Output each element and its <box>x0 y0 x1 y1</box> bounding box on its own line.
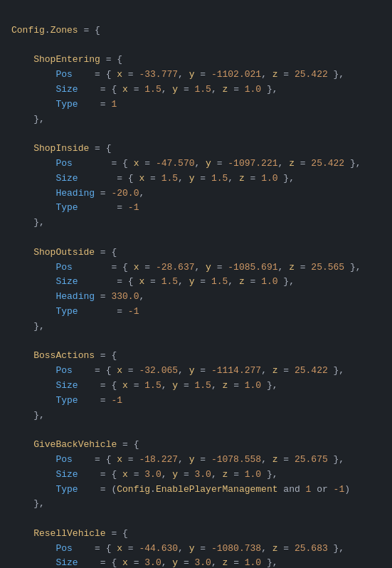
code-editor: Config.Zones = { ShopEntering = { Pos = … <box>11 9 381 568</box>
config-zones-var: Config <box>11 25 45 36</box>
pos-field-3: Pos <box>55 262 72 273</box>
type-field-3: Type <box>55 306 78 317</box>
boss-actions-key: BossActions <box>33 350 95 361</box>
giveback-vehicle-key: GiveBackVehicle <box>33 439 117 450</box>
size-field-1: Size <box>55 84 78 95</box>
shop-entering-key: ShopEntering <box>33 54 100 65</box>
type-field-5: Type <box>55 484 78 495</box>
pos-field-4: Pos <box>55 365 72 376</box>
size-field-3: Size <box>55 276 78 287</box>
heading-field-3: Heading <box>55 291 95 302</box>
pos-field-1: Pos <box>55 69 72 80</box>
pos-field-6: Pos <box>55 543 72 554</box>
type-field-4: Type <box>55 395 78 406</box>
type-field-1: Type <box>55 99 78 110</box>
size-field-4: Size <box>55 380 78 391</box>
heading-field-2: Heading <box>55 188 95 199</box>
shop-outside-key: ShopOutside <box>33 247 95 258</box>
type-field-2: Type <box>55 202 78 213</box>
size-field-6: Size <box>55 557 78 568</box>
size-field-2: Size <box>55 173 78 184</box>
pos-field-2: Pos <box>55 158 72 169</box>
shop-inside-key: ShopInside <box>33 143 89 154</box>
size-field-5: Size <box>55 469 78 480</box>
resell-vehicle-key: ResellVehicle <box>33 528 105 539</box>
pos-field-5: Pos <box>55 454 72 465</box>
